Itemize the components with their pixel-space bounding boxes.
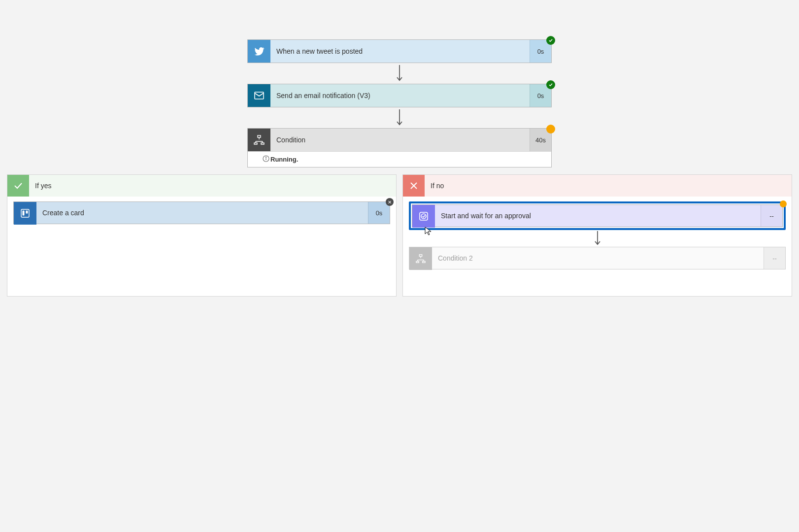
check-icon xyxy=(7,175,29,197)
svg-rect-12 xyxy=(416,261,419,263)
condition-icon xyxy=(248,129,270,151)
step-status-line: Running. xyxy=(248,151,551,167)
step-label: When a new tweet is posted xyxy=(276,47,363,55)
connector-arrow-icon xyxy=(396,107,403,128)
connector-arrow-icon xyxy=(409,230,786,247)
branch-container-no[interactable]: If no Start and wait for an approval -- xyxy=(402,174,792,297)
trigger-step-twitter[interactable]: When a new tweet is posted 0s xyxy=(247,39,552,63)
step-duration: -- xyxy=(764,247,785,269)
step-label: Condition 2 xyxy=(438,254,473,262)
trello-icon xyxy=(14,202,36,225)
cursor-icon xyxy=(425,227,433,237)
svg-rect-3 xyxy=(261,143,264,144)
branch-header: If no xyxy=(403,175,792,197)
svg-rect-2 xyxy=(254,143,257,144)
branch-container-yes[interactable]: If yes Create a card 0s ✕ xyxy=(7,174,397,297)
info-icon xyxy=(263,155,269,164)
svg-rect-0 xyxy=(255,92,264,99)
step-label: Create a card xyxy=(42,209,84,217)
control-step-condition[interactable]: Condition 40s Running. xyxy=(247,128,552,167)
cross-icon xyxy=(403,175,425,197)
branch-header: If yes xyxy=(7,175,396,197)
svg-rect-7 xyxy=(23,211,25,216)
condition-icon xyxy=(409,247,432,270)
step-duration: 0s xyxy=(368,202,390,224)
step-label: Condition xyxy=(276,136,305,144)
connector-arrow-icon xyxy=(396,63,403,84)
status-badge-running-icon xyxy=(546,125,555,133)
selected-step-frame: Start and wait for an approval -- xyxy=(409,201,786,230)
status-badge-success-icon xyxy=(546,80,555,89)
branch-title: If no xyxy=(425,182,450,190)
status-badge-running-icon xyxy=(780,200,787,207)
control-step-condition-2[interactable]: Condition 2 -- xyxy=(409,247,786,269)
svg-rect-6 xyxy=(21,209,29,217)
twitter-icon xyxy=(248,40,270,63)
svg-rect-8 xyxy=(26,211,28,214)
svg-point-5 xyxy=(266,157,266,157)
mail-icon xyxy=(248,84,270,107)
branch-title: If yes xyxy=(29,182,57,190)
step-duration: -- xyxy=(761,205,782,227)
step-label: Start and wait for an approval xyxy=(441,212,531,220)
action-step-send-email[interactable]: Send an email notification (V3) 0s xyxy=(247,84,552,107)
delete-step-icon[interactable]: ✕ xyxy=(386,198,394,206)
svg-rect-11 xyxy=(419,255,422,257)
approval-icon xyxy=(412,205,435,228)
svg-rect-1 xyxy=(258,135,261,137)
action-step-create-card[interactable]: Create a card 0s ✕ xyxy=(13,201,390,224)
action-step-approval[interactable]: Start and wait for an approval -- xyxy=(412,204,783,227)
status-badge-success-icon xyxy=(546,36,555,45)
step-label: Send an email notification (V3) xyxy=(276,92,370,100)
step-status-text: Running. xyxy=(270,156,298,163)
svg-point-10 xyxy=(421,214,426,219)
svg-rect-13 xyxy=(423,261,425,263)
